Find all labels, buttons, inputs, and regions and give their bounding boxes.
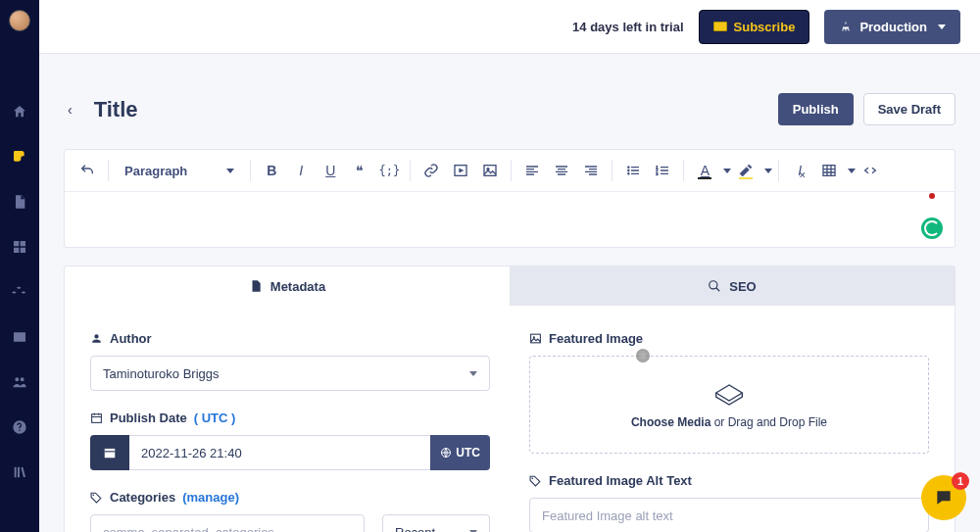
svg-point-5 (628, 172, 630, 174)
publish-date-label: Publish Date ( UTC ) (90, 411, 490, 425)
content-area: ‹ Publish Save Draft Paragraph (39, 54, 980, 532)
chat-badge: 1 (952, 472, 969, 490)
trial-remaining-text: 14 days left in trial (572, 20, 683, 34)
text-color-button[interactable]: A (690, 156, 719, 185)
post-title-input[interactable] (94, 97, 388, 122)
video-button[interactable] (446, 156, 475, 185)
sidebar-item-collections[interactable] (0, 278, 39, 306)
align-center-button[interactable] (547, 156, 576, 185)
italic-button[interactable]: I (286, 156, 316, 185)
sidebar-item-home[interactable] (0, 98, 39, 125)
sidebar-item-grid[interactable] (0, 233, 39, 261)
alt-text-input[interactable] (529, 498, 929, 532)
editor-toolbar: Paragraph B I U ❝ {;} (65, 150, 955, 192)
boxes-icon (12, 284, 27, 300)
utc-link[interactable]: ( UTC ) (194, 411, 236, 425)
table-dropdown[interactable] (844, 169, 856, 173)
quote-icon: ❝ (356, 163, 364, 178)
back-button[interactable]: ‹ (64, 98, 76, 121)
format-label: Paragraph (124, 164, 187, 178)
publish-button[interactable]: Publish (778, 93, 854, 125)
clear-format-button[interactable]: I✕ (785, 156, 814, 185)
source-code-button[interactable] (856, 156, 885, 185)
chevron-down-icon (938, 24, 946, 29)
calendar-icon (103, 446, 117, 459)
align-right-icon (583, 163, 599, 178)
sidebar-item-library[interactable] (0, 459, 39, 486)
undo-button[interactable] (73, 156, 102, 185)
numbered-list-button[interactable]: 123 (648, 156, 677, 185)
sidebar (0, 0, 39, 532)
align-center-icon (554, 163, 569, 178)
dropzone-text: Choose Media or Drag and Drop File (631, 415, 827, 429)
environment-label: Production (859, 20, 927, 34)
underline-button[interactable]: U (316, 156, 345, 185)
image-button[interactable] (475, 156, 505, 185)
clear-format-icon: I✕ (798, 163, 802, 178)
chevron-down-icon (469, 371, 477, 376)
table-button[interactable] (814, 156, 844, 185)
bullet-list-button[interactable] (618, 156, 648, 185)
categories-sort-select[interactable]: Recent (382, 514, 490, 532)
align-right-button[interactable] (576, 156, 606, 185)
quote-button[interactable]: ❝ (345, 156, 374, 185)
highlight-dropdown[interactable] (760, 169, 772, 173)
bold-icon: B (267, 163, 276, 178)
date-picker-button[interactable] (90, 435, 129, 470)
featured-image-dropzone[interactable]: Choose Media or Drag and Drop File (529, 356, 929, 454)
publish-date-input[interactable] (129, 435, 430, 470)
svg-rect-9 (823, 166, 835, 176)
subscribe-icon (713, 22, 727, 31)
topbar: 14 days left in trial Subscribe Producti… (39, 0, 980, 54)
tab-seo[interactable]: SEO (510, 266, 955, 306)
help-icon (12, 419, 27, 435)
cursor-indicator (636, 349, 650, 363)
svg-point-14 (92, 495, 94, 497)
highlight-button[interactable] (731, 156, 760, 185)
save-draft-button[interactable]: Save Draft (863, 93, 956, 125)
author-value: Taminoturoko Briggs (103, 366, 220, 381)
environment-dropdown[interactable]: Production (824, 10, 960, 44)
person-icon (90, 332, 103, 345)
sidebar-item-media[interactable] (0, 323, 39, 351)
tab-metadata-label: Metadata (270, 279, 325, 294)
chat-icon (933, 488, 955, 508)
author-select[interactable]: Taminoturoko Briggs (90, 356, 490, 391)
avatar[interactable] (9, 10, 30, 31)
upload-icon (713, 380, 745, 406)
sidebar-item-blog[interactable] (0, 143, 39, 170)
text-color-dropdown[interactable] (719, 169, 731, 173)
sidebar-item-users[interactable] (0, 368, 39, 396)
undo-icon (79, 163, 95, 178)
categories-manage-link[interactable]: (manage) (182, 490, 239, 505)
tab-metadata[interactable]: Metadata (65, 266, 510, 306)
code-button[interactable]: {;} (374, 156, 404, 185)
grammarly-button[interactable] (921, 218, 943, 239)
chat-button[interactable]: 1 (921, 475, 966, 520)
svg-rect-1 (484, 166, 496, 176)
subscribe-label: Subscribe (734, 20, 796, 34)
tags-icon (90, 491, 103, 504)
sidebar-item-pages[interactable] (0, 188, 39, 216)
format-dropdown[interactable]: Paragraph (115, 156, 244, 185)
status-indicator (929, 193, 935, 199)
source-icon (862, 163, 878, 178)
link-button[interactable] (416, 156, 446, 185)
globe-icon (440, 447, 452, 459)
tab-seo-label: SEO (729, 279, 756, 294)
sidebar-item-help[interactable] (0, 413, 39, 441)
text-color-icon: A (701, 163, 710, 178)
meta-tabs: Metadata SEO (65, 266, 955, 306)
timezone-button[interactable]: UTC (430, 435, 490, 470)
table-icon (821, 163, 837, 178)
svg-rect-11 (92, 414, 102, 423)
categories-input[interactable] (90, 514, 365, 532)
featured-image-label: Featured Image (529, 331, 929, 346)
align-left-icon (524, 163, 540, 178)
svg-point-3 (628, 167, 630, 169)
bold-button[interactable]: B (257, 156, 286, 185)
image-icon (529, 332, 542, 345)
align-left-button[interactable] (517, 156, 547, 185)
subscribe-button[interactable]: Subscribe (699, 10, 810, 44)
highlight-icon (738, 163, 754, 178)
